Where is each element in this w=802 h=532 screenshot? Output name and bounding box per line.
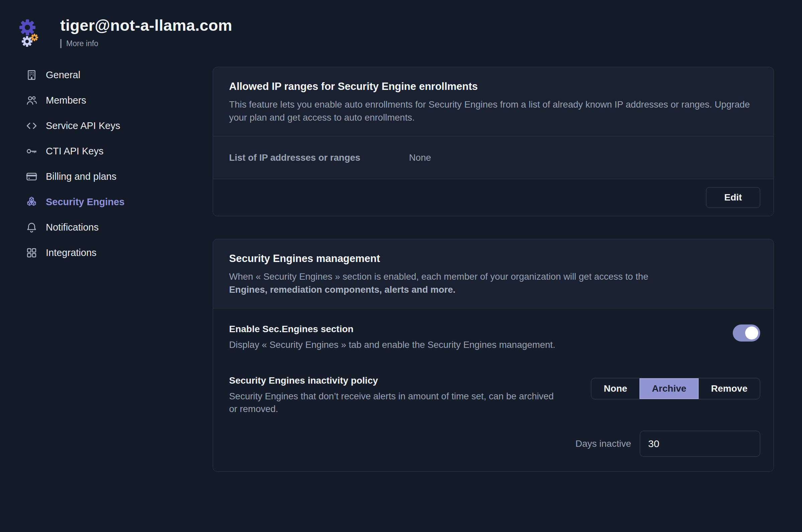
- card-description-bold: Engines, remediation components, alerts …: [229, 283, 752, 296]
- segment-archive[interactable]: Archive: [639, 378, 699, 399]
- settings-sidebar: General Members Service API Keys: [0, 62, 213, 472]
- sidebar-item-label: Members: [46, 95, 86, 106]
- page-title: tiger@not-a-llama.com: [60, 16, 232, 34]
- grid-icon: [25, 247, 38, 259]
- ip-ranges-card-footer: Edit: [213, 179, 773, 216]
- sidebar-item-service-api-keys[interactable]: Service API Keys: [25, 113, 213, 138]
- key-icon: [25, 145, 38, 157]
- toggle-knob: [745, 326, 758, 340]
- inactivity-policy-description: Security Engines that don’t receive aler…: [229, 390, 560, 415]
- card-description: This feature lets you enable auto enroll…: [229, 98, 752, 124]
- sidebar-item-label: Security Engines: [46, 196, 124, 208]
- sidebar-item-members[interactable]: Members: [25, 88, 213, 113]
- cubes-icon: [25, 196, 38, 208]
- sidebar-item-cti-api-keys[interactable]: CTI API Keys: [25, 138, 213, 164]
- engines-management-card-body: Enable Sec.Engines section Display « Sec…: [213, 308, 773, 472]
- inactivity-policy-label: Security Engines inactivity policy: [229, 375, 560, 386]
- days-inactive-input[interactable]: [640, 431, 760, 457]
- ip-ranges-card-header: Allowed IP ranges for Security Engine en…: [213, 67, 773, 136]
- ip-list-value: None: [409, 152, 431, 163]
- more-info[interactable]: More info: [60, 39, 232, 48]
- sidebar-item-label: General: [46, 70, 80, 80]
- inactivity-policy-segmented-control: None Archive Remove: [591, 378, 760, 399]
- code-icon: [25, 120, 38, 132]
- sidebar-item-label: Integrations: [46, 247, 97, 258]
- engines-management-card-header: Security Engines management When « Secur…: [213, 239, 773, 308]
- sidebar-item-label: Notifications: [46, 222, 99, 233]
- card-description-normal: When « Security Engines » section is ena…: [229, 271, 648, 282]
- sidebar-item-security-engines[interactable]: Security Engines: [25, 189, 213, 214]
- engines-management-card: Security Engines management When « Secur…: [213, 239, 774, 472]
- gears-logo: [17, 15, 52, 53]
- ip-list-row: List of IP addresses or ranges None: [213, 136, 773, 179]
- ip-list-label: List of IP addresses or ranges: [229, 152, 409, 163]
- sidebar-item-notifications[interactable]: Notifications: [25, 214, 213, 240]
- sidebar-item-label: Service API Keys: [46, 120, 120, 131]
- enable-section-description: Display « Security Engines » tab and ena…: [229, 339, 555, 351]
- bell-icon: [25, 221, 38, 233]
- credit-card-icon: [25, 170, 38, 183]
- settings-content: Allowed IP ranges for Security Engine en…: [213, 67, 774, 472]
- card-title: Allowed IP ranges for Security Engine en…: [229, 80, 758, 93]
- sidebar-item-label: CTI API Keys: [46, 146, 103, 157]
- segment-none[interactable]: None: [591, 378, 639, 399]
- segment-remove[interactable]: Remove: [699, 378, 760, 399]
- more-info-bar: [60, 39, 61, 48]
- more-info-label[interactable]: More info: [66, 39, 98, 48]
- sidebar-item-general[interactable]: General: [25, 62, 213, 88]
- card-title: Security Engines management: [229, 253, 758, 265]
- days-inactive-row: Days inactive: [229, 431, 760, 457]
- page-header: tiger@not-a-llama.com More info: [0, 0, 802, 53]
- enable-section-toggle[interactable]: [733, 324, 760, 342]
- inactivity-policy-row: Security Engines inactivity policy Secur…: [229, 375, 760, 415]
- days-inactive-label: Days inactive: [575, 438, 631, 449]
- members-icon: [25, 94, 38, 107]
- building-icon: [25, 69, 38, 81]
- ip-ranges-card: Allowed IP ranges for Security Engine en…: [213, 67, 774, 216]
- sidebar-item-billing[interactable]: Billing and plans: [25, 164, 213, 189]
- enable-section-label: Enable Sec.Engines section: [229, 324, 555, 335]
- edit-button[interactable]: Edit: [706, 187, 760, 208]
- card-description: When « Security Engines » section is ena…: [229, 270, 752, 296]
- sidebar-item-integrations[interactable]: Integrations: [25, 240, 213, 265]
- sidebar-item-label: Billing and plans: [46, 171, 116, 182]
- enable-section-row: Enable Sec.Engines section Display « Sec…: [229, 324, 760, 351]
